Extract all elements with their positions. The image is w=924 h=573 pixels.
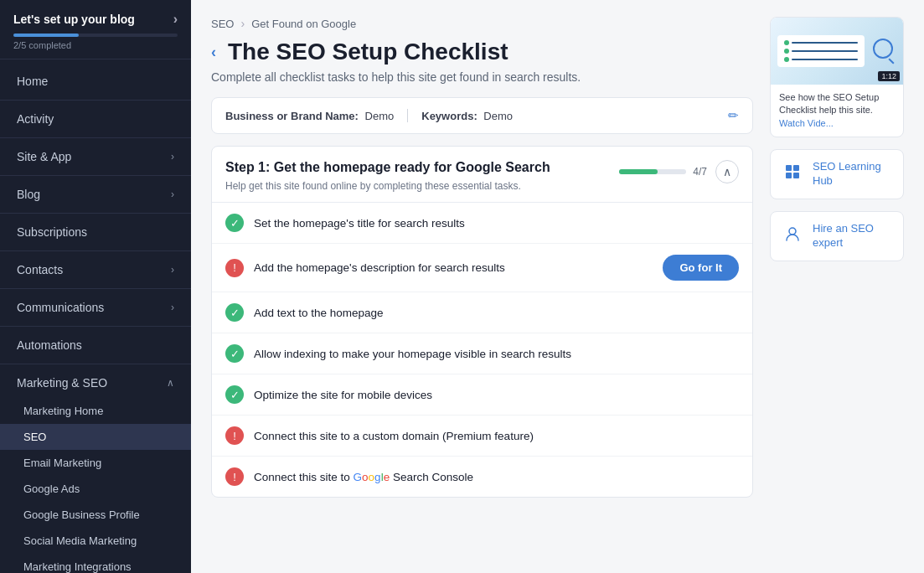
site-app-chevron-icon: › [171,151,174,163]
checklist-item-google-console-text: Connect this site to Google Search Conso… [254,471,739,483]
go-for-it-button[interactable]: Go for It [663,255,739,281]
checklist-item-text: Set the homepage's title for search resu… [254,217,739,230]
check-dot-icon-3 [784,57,789,62]
content-area: SEO › Get Found on Google ‹ The SEO Setu… [211,17,753,556]
search-circle-icon [873,39,893,59]
sidebar-sub-item-google-ads[interactable]: Google Ads [0,476,191,502]
sidebar-divider-2 [0,137,191,138]
sidebar-progress-bar-fill [13,34,79,37]
check-success-icon-3: ✓ [225,344,244,363]
checklist-item-homepage-text: ✓ Add text to the homepage [212,292,752,333]
check-success-icon-2: ✓ [225,303,244,322]
sidebar-item-site-app[interactable]: Site & App › [0,142,191,172]
video-card: 1:12 See how the SEO Setup Checklist hel… [770,17,904,137]
video-watch-link[interactable]: Watch Vide... [779,118,834,128]
sidebar-sub-item-marketing-integrations[interactable]: Marketing Integrations [0,554,191,573]
sidebar-sub-item-marketing-home[interactable]: Marketing Home [0,398,191,424]
breadcrumb-parent[interactable]: SEO [211,18,234,30]
sidebar-divider-8 [0,364,191,364]
step-progress-label: 4/7 [693,166,707,178]
check-error-icon-3: ! [225,467,244,486]
breadcrumb-separator-icon: › [240,17,245,30]
check-line [792,42,858,44]
search-visual [870,35,896,62]
sidebar-divider-5 [0,250,191,251]
sidebar-item-automations[interactable]: Automations [0,330,191,360]
step-progress-bar-fill [619,169,658,174]
check-error-icon: ! [225,259,244,277]
right-sidebar: 1:12 See how the SEO Setup Checklist hel… [770,17,904,556]
sidebar-sub-item-google-business-profile[interactable]: Google Business Profile [0,502,191,528]
checklist-item-domain: ! Connect this site to a custom domain (… [212,416,752,457]
step-collapse-button[interactable]: ∧ [715,160,739,183]
visual-line-3 [784,57,858,62]
blog-chevron-icon: › [171,188,174,200]
checklist-item-text: Optimize the site for mobile devices [254,389,739,401]
main-content: SEO › Get Found on Google ‹ The SEO Setu… [191,0,924,573]
step-header: Step 1: Get the homepage ready for Googl… [212,147,752,203]
seo-learning-hub-icon [781,160,804,183]
video-duration-badge: 1:12 [878,71,900,81]
contacts-chevron-icon: › [171,264,174,276]
breadcrumb-current: Get Found on Google [251,18,356,30]
breadcrumb: SEO › Get Found on Google [211,17,753,30]
svg-rect-2 [786,173,792,178]
info-bar: Business or Brand Name: Demo Keywords: D… [211,97,753,134]
communications-chevron-icon: › [171,302,174,313]
sidebar-divider-3 [0,175,191,176]
svg-point-4 [789,228,796,235]
checklist-item-text: Add text to the homepage [254,307,739,319]
seo-learning-hub-label: SEO Learning Hub [813,160,893,188]
checklist-item-homepage-description: ! Add the homepage's description for sea… [212,244,752,292]
sidebar-item-contacts[interactable]: Contacts › [0,255,191,285]
sidebar-sub-item-social-media-marketing[interactable]: Social Media Marketing [0,528,191,554]
hire-seo-expert-label: Hire an SEO expert [813,222,893,250]
checklist-item-text: Connect this site to a custom domain (Pr… [254,430,739,442]
sidebar-item-marketing-seo[interactable]: Marketing & SEO ∧ [0,368,191,398]
sidebar-nav: Home Activity Site & App › Blog › Subscr… [0,59,191,573]
sidebar-divider-7 [0,326,191,327]
step-header-right: 4/7 ∧ [619,160,739,183]
sidebar: Let's set up your blog › 2/5 completed H… [0,0,191,573]
checklist-item-indexing: ✓ Allow indexing to make your homepage v… [212,333,752,374]
hire-seo-expert-item[interactable]: Hire an SEO expert [770,211,904,261]
sidebar-setup-section: Let's set up your blog › 2/5 completed [0,0,191,59]
sidebar-item-home[interactable]: Home [0,66,191,96]
check-line-2 [792,50,858,52]
check-success-icon: ✓ [225,214,244,232]
sidebar-sub-item-email-marketing[interactable]: Email Marketing [0,450,191,476]
sidebar-divider-6 [0,288,191,289]
brand-label: Business or Brand Name: Demo [225,110,394,122]
svg-rect-1 [793,165,799,171]
video-description: See how the SEO Setup Checklist help thi… [771,85,903,137]
step-card: Step 1: Get the homepage ready for Googl… [211,146,753,498]
checklist-item-google-console: ! Connect this site to Google Search Con… [212,457,752,497]
sidebar-sub-item-seo[interactable]: SEO [0,424,191,450]
visual-line-2 [784,49,858,54]
page-title-text: The SEO Setup Checklist [228,39,508,65]
sidebar-item-communications[interactable]: Communications › [0,292,191,323]
check-dot-icon [784,40,789,45]
seo-learning-hub-item[interactable]: SEO Learning Hub [770,149,904,199]
marketing-seo-chevron-icon: ∧ [167,377,174,389]
info-bar-left: Business or Brand Name: Demo Keywords: D… [225,109,513,122]
sidebar-item-activity[interactable]: Activity [0,104,191,134]
step-header-left: Step 1: Get the homepage ready for Googl… [225,160,550,194]
sidebar-progress-label: 2/5 completed [13,40,178,50]
sidebar-item-blog[interactable]: Blog › [0,179,191,209]
svg-rect-0 [786,165,792,171]
back-button[interactable]: ‹ [211,44,216,61]
google-text: Google [354,471,390,483]
video-thumbnail[interactable]: 1:12 [771,18,903,85]
visual-line-1 [784,40,858,45]
keywords-label: Keywords: Demo [421,110,513,122]
check-error-icon-2: ! [225,426,244,445]
page-subtitle: Complete all checklist tasks to help thi… [211,70,753,84]
sidebar-setup-title[interactable]: Let's set up your blog › [13,12,178,27]
edit-icon[interactable]: ✏ [728,108,739,123]
check-dot-icon-2 [784,49,789,54]
page-title-row: ‹ The SEO Setup Checklist [211,39,753,65]
sidebar-item-subscriptions[interactable]: Subscriptions [0,217,191,247]
checklist-item-text: Allow indexing to make your homepage vis… [254,348,739,360]
step-description: Help get this site found online by compl… [225,178,527,194]
